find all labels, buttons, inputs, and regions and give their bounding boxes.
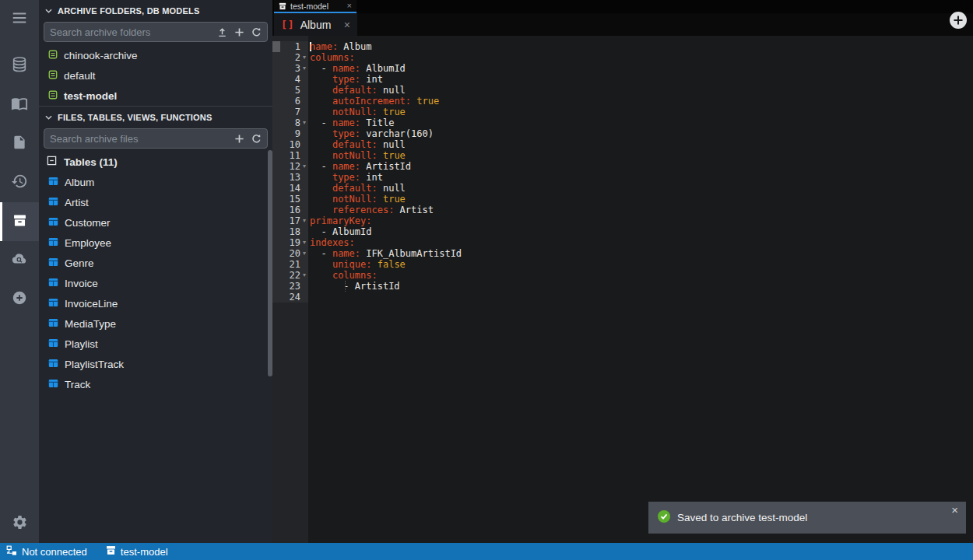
sidebar-item-files[interactable] xyxy=(0,124,39,163)
archive-folder-item[interactable]: test-model xyxy=(39,86,272,106)
code-line-9[interactable]: type: varchar(160) xyxy=(310,128,973,139)
fold-arrow-icon[interactable]: ▾ xyxy=(300,117,308,128)
fold-arrow-icon[interactable]: ▾ xyxy=(300,63,308,74)
table-item[interactable]: Album xyxy=(39,172,272,192)
search-archive-files-input[interactable] xyxy=(50,133,227,145)
code-line-12[interactable]: - name: ArtistId xyxy=(310,161,973,172)
archive-files-header[interactable]: FILES, TABLES, VIEWS, FUNCTIONS xyxy=(39,107,272,125)
table-label: PlaylistTrack xyxy=(65,359,124,370)
table-item[interactable]: Customer xyxy=(39,212,272,233)
archive-db-icon xyxy=(48,50,58,61)
table-item[interactable]: Invoice xyxy=(39,273,272,293)
current-archive-label: test-model xyxy=(121,546,168,558)
table-label: MediaType xyxy=(65,318,116,330)
code-line-18[interactable]: - AlbumId xyxy=(310,226,973,237)
archive-folders-section: ARCHIVE FOLDERS, DB MODELS chinook-archi… xyxy=(39,0,272,106)
gutter-line-9: 9 xyxy=(272,128,308,139)
code-line-15[interactable]: notNull: true xyxy=(310,194,973,205)
add-icon[interactable] xyxy=(234,134,244,144)
fold-arrow-icon[interactable]: ▾ xyxy=(300,248,308,259)
archive-db-icon xyxy=(48,90,58,102)
code-line-10[interactable]: default: null xyxy=(310,139,973,150)
code-line-22[interactable]: columns: xyxy=(310,270,973,281)
code-line-2[interactable]: columns: xyxy=(310,52,973,63)
add-connection-button[interactable] xyxy=(0,280,39,319)
sidebar-item-cloud[interactable] xyxy=(0,241,39,280)
code-line-3[interactable]: - name: AlbumId xyxy=(310,63,973,74)
close-icon[interactable]: × xyxy=(347,2,352,10)
table-item[interactable]: Genre xyxy=(39,253,272,273)
table-item[interactable]: Playlist xyxy=(39,334,272,354)
fold-arrow-icon[interactable]: ▾ xyxy=(300,52,308,63)
fold-arrow-icon[interactable]: ▾ xyxy=(300,237,308,248)
sidebar-scrollbar[interactable] xyxy=(268,150,272,376)
table-label: Artist xyxy=(65,197,89,208)
cloud-search-icon xyxy=(11,250,28,271)
fold-arrow-icon[interactable]: ▾ xyxy=(300,161,308,172)
table-item[interactable]: Employee xyxy=(39,233,272,253)
editor-code-area[interactable]: name: Albumcolumns: - name: AlbumId type… xyxy=(308,36,973,543)
code-line-19[interactable]: indexes: xyxy=(310,237,973,248)
table-item[interactable]: InvoiceLine xyxy=(39,293,272,313)
tables-group-header[interactable]: Tables (11) xyxy=(39,152,272,172)
table-icon xyxy=(48,318,58,330)
toast-message: Saved to archive test-model xyxy=(677,512,807,523)
file-tab-bar: [] Album × xyxy=(272,13,973,36)
code-line-20[interactable]: - name: IFK_AlbumArtistId xyxy=(310,248,973,259)
code-line-21[interactable]: unique: false xyxy=(310,259,973,270)
code-line-24[interactable] xyxy=(310,292,973,303)
archive-folder-item[interactable]: chinook-archive xyxy=(39,45,272,65)
add-icon[interactable] xyxy=(234,27,244,37)
refresh-icon[interactable] xyxy=(251,134,262,144)
archive-folders-header[interactable]: ARCHIVE FOLDERS, DB MODELS xyxy=(39,0,272,19)
close-icon[interactable]: × xyxy=(344,19,350,30)
table-item[interactable]: Artist xyxy=(39,192,272,212)
code-line-17[interactable]: primaryKey: xyxy=(310,215,973,226)
fold-arrow-icon[interactable]: ▾ xyxy=(300,215,308,226)
search-archive-folders-input[interactable] xyxy=(50,26,210,38)
gutter-line-22: 22▾ xyxy=(272,270,308,281)
code-line-5[interactable]: default: null xyxy=(310,85,973,96)
line-number: 10 xyxy=(272,139,300,150)
new-tab-button[interactable] xyxy=(950,12,967,29)
line-number: 15 xyxy=(272,194,300,205)
status-bar: Not connected test-model xyxy=(0,543,973,560)
line-number: 2 xyxy=(272,52,300,63)
sidebar-item-history[interactable] xyxy=(0,163,39,202)
upload-icon[interactable] xyxy=(217,27,227,37)
connection-status[interactable]: Not connected xyxy=(6,545,87,558)
tables-list: Tables (11) Album Artist Customer Employ… xyxy=(39,152,272,394)
refresh-icon[interactable] xyxy=(251,27,262,37)
current-archive[interactable]: test-model xyxy=(106,545,168,558)
table-icon xyxy=(48,278,58,289)
line-number: 8 xyxy=(272,117,300,128)
sidebar-item-connections[interactable] xyxy=(0,47,39,86)
connection-status-label: Not connected xyxy=(22,546,87,558)
settings-button[interactable] xyxy=(0,504,39,543)
code-line-1[interactable]: name: Album xyxy=(310,41,973,52)
line-number: 4 xyxy=(272,74,300,85)
book-icon xyxy=(11,95,28,115)
file-tab-album[interactable]: [] Album × xyxy=(274,13,357,36)
code-line-6[interactable]: autoIncrement: true xyxy=(310,96,973,107)
code-line-11[interactable]: notNull: true xyxy=(310,150,973,161)
code-line-14[interactable]: default: null xyxy=(310,183,973,194)
editor-gutter: 12▾3▾45678▾9101112▾1314151617▾1819▾20▾21… xyxy=(272,36,308,543)
close-icon[interactable]: × xyxy=(951,504,958,516)
fold-arrow-icon[interactable]: ▾ xyxy=(300,270,308,281)
line-number: 24 xyxy=(272,292,300,303)
code-line-16[interactable]: references: Artist xyxy=(310,205,973,215)
code-line-13[interactable]: type: int xyxy=(310,172,973,183)
group-tab-test-model[interactable]: test-model × xyxy=(274,0,357,13)
menu-button[interactable] xyxy=(0,0,39,39)
table-item[interactable]: Track xyxy=(39,374,272,394)
table-item[interactable]: PlaylistTrack xyxy=(39,354,272,374)
archive-folder-item[interactable]: default xyxy=(39,65,272,86)
code-line-4[interactable]: type: int xyxy=(310,74,973,85)
code-line-8[interactable]: - name: Title xyxy=(310,117,973,128)
sidebar-item-docs[interactable] xyxy=(0,86,39,124)
table-item[interactable]: MediaType xyxy=(39,313,272,334)
code-line-23[interactable]: - ArtistId xyxy=(310,281,973,292)
code-line-7[interactable]: notNull: true xyxy=(310,107,973,117)
sidebar-item-archive[interactable] xyxy=(0,202,39,241)
